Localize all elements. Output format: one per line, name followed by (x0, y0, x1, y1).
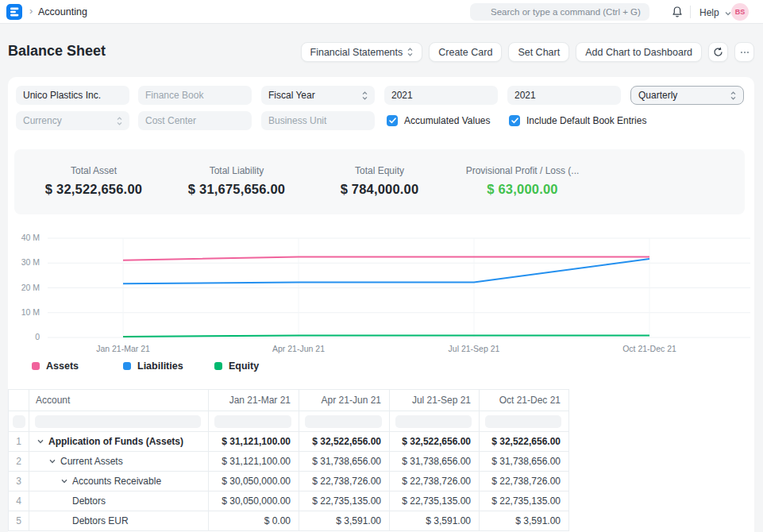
search-input[interactable] (470, 3, 649, 21)
summary-value: $ 63,000.00 (451, 182, 594, 197)
summary-total-asset: Total Asset $ 32,522,656.00 (22, 165, 165, 197)
value-cell: $ 31,121,100.00 (209, 452, 299, 472)
top-navbar: › Accounting Help BS (0, 0, 763, 24)
financial-statements-label: Financial Statements (310, 47, 403, 58)
liabilities-swatch-icon (123, 362, 131, 370)
end-year-filter[interactable] (507, 86, 621, 105)
value-cell: $ 31,738,656.00 (299, 452, 390, 472)
cost-center-filter[interactable] (138, 111, 252, 130)
x-axis-tick: Jan 21-Mar 21 (60, 344, 187, 353)
value-cell: $ 31,738,656.00 (480, 452, 569, 472)
table-row[interactable]: 1 Application of Funds (Assets) $ 31,121… (9, 432, 569, 452)
create-card-button[interactable]: Create Card (429, 42, 502, 62)
filter-cell (390, 411, 480, 432)
summary-value: $ 784,000.00 (308, 182, 451, 197)
table-row[interactable]: 3 Accounts Receivable $ 30,050,000.00 $ … (9, 472, 569, 492)
select-arrows-icon (730, 91, 736, 100)
legend-liabilities: Liabilities (123, 360, 183, 372)
menu-ellipsis-button[interactable] (734, 42, 754, 62)
start-year-filter[interactable] (384, 86, 498, 105)
erpnext-logo-glyph (6, 4, 22, 20)
help-menu[interactable]: Help (699, 7, 731, 18)
value-cell: $ 32,522,656.00 (480, 432, 569, 452)
x-axis-tick: Apr 21-Jun 21 (235, 344, 362, 353)
account-cell: Accounts Receivable (29, 472, 209, 492)
collapse-chevron-icon[interactable] (61, 479, 67, 484)
app-logo-icon[interactable] (6, 4, 22, 20)
value-cell: $ 3,591.00 (390, 511, 480, 531)
column-filter-input[interactable] (13, 415, 25, 428)
finance-book-input[interactable] (145, 90, 245, 101)
notifications-bell-icon[interactable] (671, 6, 684, 21)
account-cell: Current Assets (29, 452, 209, 472)
add-chart-to-dashboard-button[interactable]: Add Chart to Dashboard (576, 42, 702, 62)
column-header-account[interactable]: Account (29, 390, 209, 411)
summary-total-equity: Total Equity $ 784,000.00 (308, 165, 451, 197)
summary-label: Provisional Profit / Loss (... (451, 165, 594, 176)
column-header-q2[interactable]: Apr 21-Jun 21 (299, 390, 390, 411)
table-row[interactable]: 4 Debtors $ 30,050,000.00 $ 22,735,135.0… (9, 492, 569, 511)
column-filter-input[interactable] (214, 415, 291, 428)
ellipsis-icon (740, 51, 750, 54)
company-filter[interactable] (16, 86, 129, 105)
end-year-input[interactable] (514, 90, 614, 101)
account-name: Accounts Receivable (72, 476, 161, 487)
summary-provisional-profit: Provisional Profit / Loss (... $ 63,000.… (451, 165, 594, 197)
assets-swatch-icon (32, 362, 40, 370)
help-label: Help (699, 7, 719, 18)
column-filter-input[interactable] (485, 415, 561, 428)
include-default-book-entries-label: Include Default Book Entries (526, 115, 646, 126)
account-cell: Debtors (29, 492, 209, 511)
collapse-chevron-icon[interactable] (37, 439, 44, 444)
filter-cell (299, 411, 390, 432)
column-header-q3[interactable]: Jul 21-Sep 21 (390, 390, 480, 411)
breadcrumb[interactable]: Accounting (38, 6, 87, 17)
currency-select[interactable]: Currency (16, 111, 129, 130)
column-filter-input[interactable] (35, 415, 201, 428)
company-input[interactable] (23, 90, 122, 101)
row-number: 1 (9, 432, 29, 452)
column-filter-input[interactable] (395, 415, 472, 428)
table-row[interactable]: 2 Current Assets $ 31,121,100.00 $ 31,73… (9, 452, 569, 472)
start-year-input[interactable] (391, 90, 491, 101)
page-actions: Financial Statements Create Card Set Cha… (301, 42, 754, 62)
legend-label: Equity (229, 360, 259, 372)
filter-cell (480, 411, 569, 432)
periodicity-select[interactable]: Quarterly (630, 86, 744, 105)
row-number: 3 (9, 472, 29, 492)
accumulated-values-checkbox[interactable]: Accumulated Values (387, 115, 491, 126)
chevron-down-icon (725, 11, 731, 16)
collapse-chevron-icon[interactable] (49, 459, 56, 464)
filter-cell (209, 411, 299, 432)
summary-value: $ 31,675,656.00 (165, 182, 308, 197)
checkbox-checked-icon (387, 115, 398, 126)
finance-book-filter[interactable] (138, 86, 252, 105)
account-name: Current Assets (60, 456, 123, 467)
report-table: Account Jan 21-Mar 21 Apr 21-Jun 21 Jul … (8, 389, 569, 531)
account-name: Application of Funds (Assets) (48, 436, 183, 447)
column-header-q4[interactable]: Oct 21-Dec 21 (480, 390, 569, 411)
column-header-q1[interactable]: Jan 21-Mar 21 (209, 390, 299, 411)
value-cell: $ 30,050,000.00 (209, 472, 299, 492)
x-axis-tick: Jul 21-Sep 21 (410, 344, 538, 353)
summary-value: $ 32,522,656.00 (22, 182, 165, 197)
table-row[interactable]: 5 Debtors EUR $ 0.00 $ 3,591.00 $ 3,591.… (9, 511, 569, 531)
x-axis-tick: Oct 21-Dec 21 (586, 344, 713, 353)
financial-statements-select[interactable]: Financial Statements (301, 42, 423, 62)
checkbox-checked-icon (509, 115, 520, 126)
cost-center-input[interactable] (145, 115, 245, 126)
period-basis-select[interactable]: Fiscal Year (261, 86, 375, 105)
refresh-button[interactable] (708, 42, 728, 62)
business-unit-filter[interactable] (261, 111, 375, 130)
include-default-book-entries-checkbox[interactable]: Include Default Book Entries (509, 115, 646, 126)
value-cell: $ 22,735,135.00 (480, 492, 569, 511)
refresh-icon (713, 47, 723, 57)
report-card: Fiscal Year Quarterly Currency Ac (8, 77, 754, 532)
business-unit-input[interactable] (268, 115, 368, 126)
row-number-header (9, 390, 29, 411)
column-filter-input[interactable] (305, 415, 382, 428)
value-cell: $ 22,738,726.00 (390, 472, 480, 492)
user-avatar[interactable]: BS (731, 3, 749, 21)
legend-label: Assets (46, 360, 79, 372)
set-chart-button[interactable]: Set Chart (508, 42, 569, 62)
